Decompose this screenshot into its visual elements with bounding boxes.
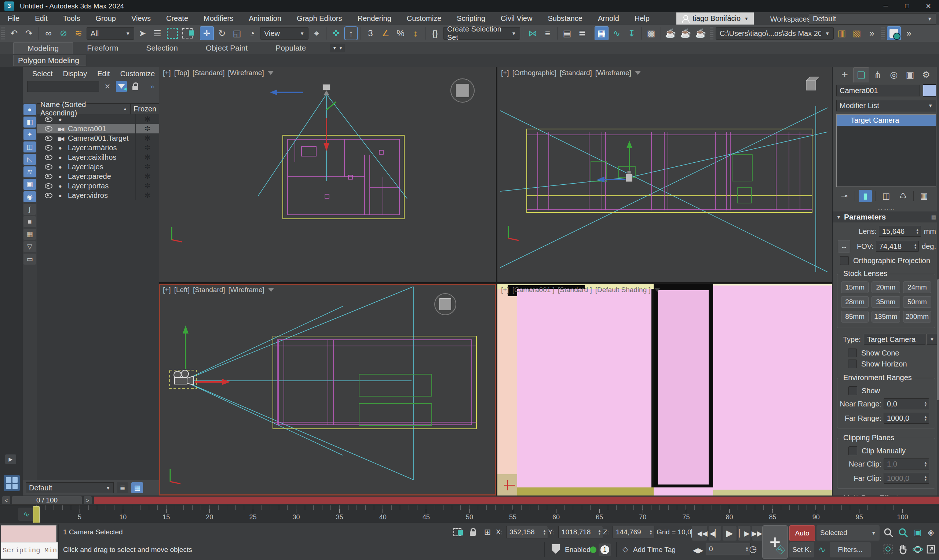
explorer-menu-item[interactable]: Customize [116, 69, 159, 79]
show-horizon-checkbox[interactable] [848, 360, 857, 368]
zoom-region-icon[interactable] [882, 542, 895, 557]
time-slider-handle[interactable] [33, 506, 40, 523]
stock-lens-button[interactable]: 35mm [871, 296, 900, 308]
snaps-toggle-3d[interactable]: 3 [364, 26, 378, 40]
lens-field[interactable]: 15,646▲▼ [879, 226, 921, 237]
filters-button[interactable]: Filters... [830, 542, 871, 557]
viewport-menu-view[interactable]: [Left] [174, 286, 190, 294]
next-frame-button[interactable]: ▏▶ [738, 526, 751, 541]
workspace-dropdown[interactable]: Default ▼ [809, 13, 936, 25]
viewcube[interactable] [450, 78, 475, 103]
display-grids-icon[interactable]: ▦ [23, 229, 36, 240]
viewport-menu-shading[interactable]: [Wireframe] [228, 286, 264, 294]
frozen-snowflake-icon[interactable] [135, 162, 159, 172]
previous-frame-arrow[interactable]: < [2, 496, 10, 504]
safe-frames-shield-icon[interactable] [549, 543, 562, 555]
percent-snap-toggle[interactable]: % [393, 26, 407, 40]
viewport-menu-shading[interactable]: [Wireframe] [228, 69, 264, 77]
maxscript-mini-listener[interactable] [1, 525, 57, 542]
tab-modify-icon[interactable]: ❏ [853, 68, 869, 83]
remove-modifier-button[interactable]: ♺ [896, 190, 910, 202]
frozen-snowflake-icon[interactable] [135, 191, 159, 200]
frozen-snowflake-icon[interactable] [135, 124, 159, 134]
ribbon-config-dropdown[interactable]: ▼▼ [330, 44, 345, 52]
viewport-orthographic[interactable]: [+] [Orthographic] [Standard] [Wireframe… [497, 67, 832, 282]
explorer-menu-item[interactable]: Display [59, 69, 92, 79]
env-show-checkbox[interactable] [848, 386, 857, 395]
explorer-row[interactable]: Layer:lajes [37, 162, 159, 172]
frame-counter[interactable]: 0 / 100 [12, 496, 82, 505]
previous-frame-button[interactable]: ◀▏ [709, 526, 721, 541]
clear-search-icon[interactable]: ✕ [102, 81, 113, 92]
toggle-scene-explorer-button[interactable]: ▤ [560, 26, 574, 40]
ribbon-tab[interactable]: Freeform [73, 42, 132, 54]
viewport-menu-style[interactable]: [Standard] [193, 286, 225, 294]
go-to-start-button[interactable]: ▏◀◀ [692, 526, 707, 541]
viewport-camera001[interactable]: [+] [Camera001 ] [Standard ] [Default Sh… [497, 284, 832, 495]
keyboard-shortcut-override-toggle[interactable]: ↑ [344, 26, 358, 40]
visibility-eye-icon[interactable] [45, 145, 52, 151]
stack-item-target-camera[interactable]: Target Camera [837, 115, 936, 126]
explorer-row[interactable] [37, 114, 159, 124]
select-and-move-button[interactable]: ✛ [200, 26, 214, 40]
expand-panel-button[interactable]: ▶ [5, 454, 16, 464]
current-frame-field[interactable]: 0▲▼ [706, 543, 751, 555]
menu-item[interactable]: Graph Editors [289, 14, 350, 23]
visibility-eye-icon[interactable] [45, 164, 52, 170]
menu-item[interactable]: Scripting [449, 14, 493, 23]
select-and-link-button[interactable]: ∞ [42, 26, 56, 40]
fov-field[interactable]: 74,418▲▼ [876, 241, 919, 252]
per-viewport-filter-icon[interactable] [268, 71, 274, 75]
lock-icon[interactable] [130, 81, 141, 92]
display-containers-icon[interactable]: ▣ [23, 179, 36, 190]
selection-filter-dropdown[interactable]: All▼ [86, 27, 134, 40]
menu-item[interactable]: Arnold [590, 14, 627, 23]
use-pivot-center-button[interactable]: ⌖ [310, 26, 324, 40]
isolate-selection-toggle[interactable] [451, 526, 464, 538]
ribbon-tab[interactable]: Object Paint [192, 42, 262, 54]
show-end-result-button[interactable]: ▮ [859, 190, 872, 202]
x-coordinate-field[interactable]: 352,158▲▼ [506, 526, 548, 538]
tab-display-icon[interactable]: ▣ [902, 68, 918, 82]
undo-button[interactable]: ↶ [7, 26, 21, 40]
viewport-menu-shading[interactable]: [Wireframe] [595, 69, 631, 77]
edit-named-selection-sets-button[interactable]: {} [428, 26, 442, 40]
mirror-button[interactable]: ⋈ [526, 26, 540, 40]
auto-key-button[interactable]: Auto [789, 525, 815, 541]
set-keys-button[interactable]: +⚿ [762, 525, 788, 559]
explorer-row[interactable]: Camera001.Target [37, 134, 159, 143]
tab-utilities-icon[interactable]: ⚙ [919, 68, 934, 82]
minimize-button[interactable]: ─ [875, 0, 896, 12]
rendered-frame-window-button[interactable]: ☕ [678, 26, 692, 40]
menu-item[interactable]: Group [88, 14, 123, 23]
visibility-eye-icon[interactable] [45, 155, 52, 160]
explorer-grid-view-icon[interactable]: ▦ [131, 482, 143, 493]
frozen-snowflake-icon[interactable] [135, 172, 159, 181]
animation-layer-badge[interactable]: 1 [598, 543, 611, 556]
explorer-row[interactable]: Layer:armários [37, 143, 159, 152]
frozen-snowflake-icon[interactable] [135, 114, 159, 124]
zoom-icon[interactable] [882, 525, 895, 540]
viewport-menu-plus[interactable]: [+] [163, 69, 171, 77]
menu-item[interactable]: Modifiers [196, 14, 241, 23]
render-setup-button[interactable]: ☕ [663, 26, 677, 40]
pan-hand-icon[interactable] [896, 542, 910, 557]
pin-stack-button[interactable]: ⊸ [838, 190, 851, 202]
scene-scripts-button[interactable]: ▥ [835, 26, 849, 40]
viewport-menu-view[interactable]: [Camera001 ] [512, 286, 555, 294]
scripting-mini-listener[interactable]: Scripting Mini [1, 542, 58, 559]
display-folder-icon[interactable]: ▭ [23, 254, 36, 265]
viewport-menu-plus[interactable]: [+] [163, 286, 171, 294]
ribbon-tab[interactable]: Populate [262, 42, 320, 54]
key-selection-dropdown[interactable]: Selected▼ [817, 525, 880, 541]
tab-create-icon[interactable]: + [837, 68, 853, 82]
timeline-ruler[interactable]: ∿ 05101520253035404550556065707580859095… [0, 505, 939, 523]
frozen-snowflake-icon[interactable] [135, 152, 159, 162]
menu-item[interactable]: Animation [241, 14, 289, 23]
camera-type-dropdown[interactable]: Target Camera [864, 334, 925, 345]
visibility-eye-icon[interactable] [45, 183, 52, 189]
reference-coordinate-dropdown[interactable]: View▼ [260, 27, 308, 40]
menu-item[interactable]: Edit [27, 14, 55, 23]
orthographic-projection-checkbox[interactable] [840, 256, 849, 265]
maximize-button[interactable]: □ [896, 0, 918, 12]
